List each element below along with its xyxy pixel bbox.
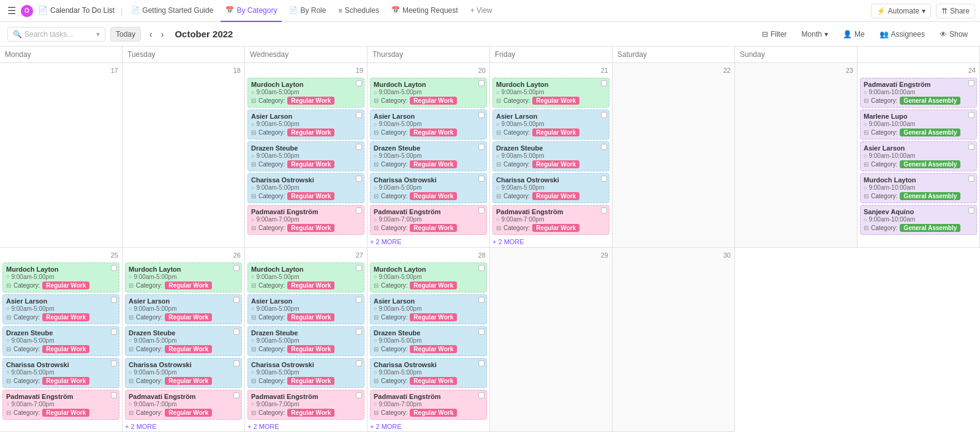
event-corner[interactable] xyxy=(968,144,974,150)
event-corner[interactable] xyxy=(356,80,362,86)
event-card[interactable]: Padmavati Engström 9:00am-7:00pm Categor… xyxy=(247,205,364,235)
tab-schedules[interactable]: ≡ Schedules xyxy=(333,0,383,22)
event-corner[interactable] xyxy=(478,392,484,398)
event-card[interactable]: Charissa Ostrowski 9:00am-5:00pm Categor… xyxy=(2,358,119,388)
automate-button[interactable]: ⚡ Automate ▾ xyxy=(871,4,931,18)
event-corner[interactable] xyxy=(478,144,484,150)
event-corner[interactable] xyxy=(111,329,117,335)
event-card[interactable]: Charissa Ostrowski 9:00am-5:00pm Categor… xyxy=(492,173,609,203)
event-corner[interactable] xyxy=(478,112,484,118)
tab-getting-started[interactable]: 📄 Getting Started Guide xyxy=(126,0,218,22)
event-card[interactable]: Drazen Steube 9:00am-5:00pm Category: Re… xyxy=(2,326,119,356)
show-button[interactable]: 👁 Show xyxy=(935,28,973,41)
event-card[interactable]: Padmavati Engström 9:00am-7:00pm Categor… xyxy=(125,390,242,420)
event-card[interactable]: Charissa Ostrowski 9:00am-5:00pm Categor… xyxy=(247,358,364,388)
event-corner[interactable] xyxy=(478,265,484,271)
event-corner[interactable] xyxy=(356,329,362,335)
event-card[interactable]: Drazen Steube 9:00am-5:00pm Category: Re… xyxy=(247,141,364,171)
event-corner[interactable] xyxy=(601,112,607,118)
event-corner[interactable] xyxy=(968,112,974,118)
event-corner[interactable] xyxy=(233,360,239,367)
event-card[interactable]: Drazen Steube 9:00am-5:00pm Category: Re… xyxy=(247,326,364,356)
event-card[interactable]: Asier Larson 9:00am-5:00pm Category: Reg… xyxy=(2,294,119,324)
event-card[interactable]: Drazen Steube 9:00am-5:00pm Category: Re… xyxy=(125,326,242,356)
more-link[interactable]: + 2 MORE xyxy=(247,422,364,431)
share-button[interactable]: ⇈ Share xyxy=(936,4,975,18)
event-card[interactable]: Padmavati Engström 9:00am-10:00am Catego… xyxy=(860,78,977,108)
event-corner[interactable] xyxy=(478,176,484,182)
event-corner[interactable] xyxy=(356,360,362,367)
event-corner[interactable] xyxy=(111,392,117,398)
me-button[interactable]: 👤 Me xyxy=(838,28,870,41)
event-card[interactable]: Asier Larson 9:00am-5:00pm Category: Reg… xyxy=(370,110,487,140)
event-card[interactable]: Padmavati Engström 9:00am-7:00pm Categor… xyxy=(370,205,487,235)
prev-arrow[interactable]: ‹ xyxy=(146,27,156,42)
event-card[interactable]: Padmavati Engström 9:00am-7:00pm Categor… xyxy=(247,390,364,420)
event-corner[interactable] xyxy=(478,207,484,214)
event-corner[interactable] xyxy=(601,176,607,182)
tab-by-role[interactable]: 📄 By Role xyxy=(284,0,331,22)
event-corner[interactable] xyxy=(968,176,974,182)
event-card[interactable]: Padmavati Engström 9:00am-7:00pm Categor… xyxy=(370,390,487,420)
event-card[interactable]: Asier Larson 9:00am-5:00pm Category: Reg… xyxy=(247,294,364,324)
event-corner[interactable] xyxy=(233,265,239,271)
more-link[interactable]: + 2 MORE xyxy=(370,237,487,247)
event-corner[interactable] xyxy=(601,80,607,86)
event-card[interactable]: Murdoch Layton 9:00am-10:00am Category: … xyxy=(860,173,977,203)
event-corner[interactable] xyxy=(968,80,974,86)
event-card[interactable]: Asier Larson 9:00am-10:00am Category: Ge… xyxy=(860,141,977,171)
event-corner[interactable] xyxy=(356,144,362,150)
event-card[interactable]: Murdoch Layton 9:00am-5:00pm Category: R… xyxy=(370,78,487,108)
event-corner[interactable] xyxy=(356,207,362,214)
event-corner[interactable] xyxy=(111,265,117,271)
event-corner[interactable] xyxy=(111,297,117,303)
search-box[interactable]: 🔍 Search tasks... ▾ xyxy=(7,27,105,42)
menu-icon[interactable]: ☰ xyxy=(5,2,18,19)
event-card[interactable]: Drazen Steube 9:00am-5:00pm Category: Re… xyxy=(370,141,487,171)
event-card[interactable]: Asier Larson 9:00am-5:00pm Category: Reg… xyxy=(125,294,242,324)
filter-button[interactable]: ⊟ Filter xyxy=(757,28,792,41)
event-card[interactable]: Murdoch Layton 9:00am-5:00pm Category: R… xyxy=(492,78,609,108)
event-card[interactable]: Murdoch Layton 9:00am-5:00pm Category: R… xyxy=(125,263,242,292)
month-button[interactable]: Month ▾ xyxy=(797,28,833,41)
event-card[interactable]: Padmavati Engström 9:00am-7:00pm Categor… xyxy=(492,205,609,235)
event-card[interactable]: Charissa Ostrowski 9:00am-5:00pm Categor… xyxy=(125,358,242,388)
event-corner[interactable] xyxy=(356,297,362,303)
event-card[interactable]: Asier Larson 9:00am-5:00pm Category: Reg… xyxy=(370,294,487,324)
event-corner[interactable] xyxy=(478,329,484,335)
event-corner[interactable] xyxy=(356,176,362,182)
more-link[interactable]: + 2 MORE xyxy=(125,422,242,431)
event-corner[interactable] xyxy=(601,207,607,214)
event-card[interactable]: Murdoch Layton 9:00am-5:00pm Category: R… xyxy=(247,78,364,108)
event-card[interactable]: Charissa Ostrowski 9:00am-5:00pm Categor… xyxy=(370,358,487,388)
event-corner[interactable] xyxy=(478,360,484,367)
tab-by-category[interactable]: 📅 By Category xyxy=(221,0,282,22)
event-card[interactable]: Murdoch Layton 9:00am-5:00pm Category: R… xyxy=(247,263,364,292)
event-corner[interactable] xyxy=(601,144,607,150)
event-card[interactable]: Asier Larson 9:00am-5:00pm Category: Reg… xyxy=(247,110,364,140)
event-card[interactable]: Asier Larson 9:00am-5:00pm Category: Reg… xyxy=(492,110,609,140)
event-corner[interactable] xyxy=(356,392,362,398)
more-link[interactable]: + 2 MORE xyxy=(492,237,609,247)
next-arrow[interactable]: › xyxy=(157,27,168,42)
event-card[interactable]: Murdoch Layton 9:00am-5:00pm Category: R… xyxy=(370,263,487,292)
event-corner[interactable] xyxy=(233,329,239,335)
event-corner[interactable] xyxy=(356,112,362,118)
more-link[interactable]: + 2 MORE xyxy=(370,422,487,431)
event-card[interactable]: Drazen Steube 9:00am-5:00pm Category: Re… xyxy=(492,141,609,171)
event-card[interactable]: Murdoch Layton 9:00am-5:00pm Category: R… xyxy=(2,263,119,292)
event-card[interactable]: Drazen Steube 9:00am-5:00pm Category: Re… xyxy=(370,326,487,356)
assignees-button[interactable]: 👥 Assignees xyxy=(875,28,930,41)
event-card[interactable]: Padmavati Engström 9:00am-7:00pm Categor… xyxy=(2,390,119,420)
today-button[interactable]: Today xyxy=(110,27,141,42)
event-card[interactable]: Marlene Lupo 9:00am-10:00am Category: Ge… xyxy=(860,110,977,140)
event-corner[interactable] xyxy=(233,392,239,398)
event-card[interactable]: Charissa Ostrowski 9:00am-5:00pm Categor… xyxy=(370,173,487,203)
event-corner[interactable] xyxy=(478,80,484,86)
event-corner[interactable] xyxy=(356,265,362,271)
event-corner[interactable] xyxy=(233,297,239,303)
tab-add-view[interactable]: + View xyxy=(466,0,497,22)
event-corner[interactable] xyxy=(968,207,974,214)
event-card[interactable]: Sanjeev Aquino 9:00am-10:00am Category: … xyxy=(860,205,977,235)
event-card[interactable]: Charissa Ostrowski 9:00am-5:00pm Categor… xyxy=(247,173,364,203)
